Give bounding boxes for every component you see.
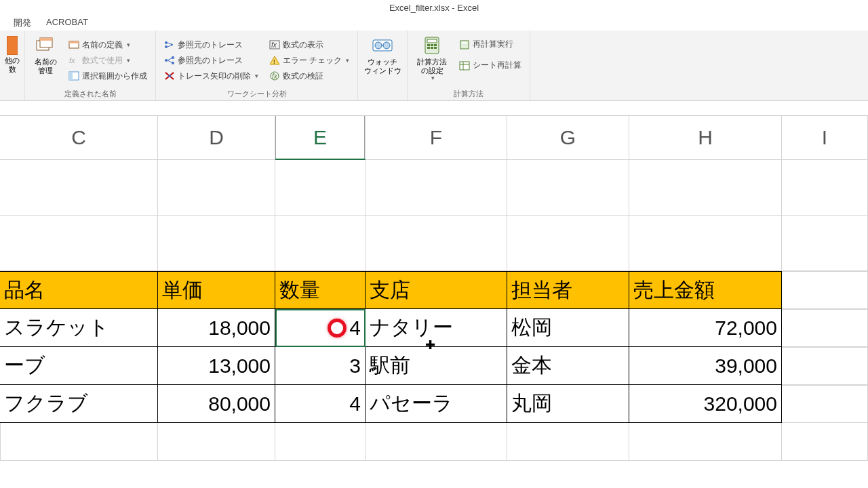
- tab-acrobat[interactable]: ACROBAT: [45, 16, 90, 30]
- more-functions-icon: [7, 36, 18, 55]
- formula-bar-area[interactable]: [0, 101, 868, 116]
- header-sales[interactable]: 売上金額: [629, 271, 782, 309]
- grid-row: [0, 160, 868, 216]
- group-calculation-label: 計算方法: [413, 87, 524, 99]
- highlight-circle-icon: [328, 319, 347, 338]
- header-branch[interactable]: 支店: [366, 271, 507, 309]
- cell-product[interactable]: フクラブ: [0, 385, 158, 423]
- cell-unit-price[interactable]: 18,000: [158, 309, 275, 347]
- cell-quantity[interactable]: 4: [275, 385, 366, 423]
- cell[interactable]: [366, 160, 507, 216]
- remove-arrows-button[interactable]: トレース矢印の削除: [161, 69, 261, 83]
- calculate-sheet-button[interactable]: シート再計算: [456, 58, 524, 73]
- cell-quantity-active[interactable]: 4: [275, 309, 366, 347]
- cell[interactable]: [782, 309, 868, 347]
- column-header-g[interactable]: G: [507, 116, 629, 160]
- cell-sales[interactable]: 72,000: [629, 309, 782, 347]
- cell[interactable]: [629, 423, 782, 461]
- cell[interactable]: [0, 423, 158, 461]
- table-header-row: 品名 単価 数量 支店 担当者 売上金額: [0, 271, 868, 309]
- calculate-sheet-icon: [459, 60, 470, 71]
- trace-precedents-button[interactable]: 参照元のトレース: [161, 38, 261, 52]
- column-header-h[interactable]: H: [629, 116, 782, 160]
- cell[interactable]: [0, 216, 158, 271]
- trace-dependents-button[interactable]: 参照先のトレース: [161, 54, 261, 68]
- header-unit-price[interactable]: 単価: [158, 271, 275, 309]
- ribbon-group-defined-names: 名前の 管理 名前の定義 fx 数式で使用 選択範囲から作成 定義された名前: [25, 30, 156, 100]
- svg-point-9: [165, 45, 167, 48]
- cell[interactable]: [275, 216, 366, 271]
- cell-unit-price[interactable]: 80,000: [158, 385, 275, 423]
- cell[interactable]: [782, 271, 868, 309]
- cell[interactable]: [275, 160, 366, 216]
- cell[interactable]: [782, 385, 868, 423]
- cell[interactable]: [629, 216, 782, 271]
- grid-row: [0, 423, 868, 461]
- cell[interactable]: [782, 423, 868, 461]
- create-from-selection-label: 選択範囲から作成: [82, 70, 147, 82]
- column-header-e[interactable]: E: [275, 116, 366, 160]
- svg-rect-25: [427, 44, 430, 46]
- cell-branch[interactable]: ナタリー: [366, 309, 507, 347]
- cell[interactable]: [507, 160, 629, 216]
- column-header-i[interactable]: I: [782, 116, 868, 160]
- cell[interactable]: [782, 347, 868, 385]
- evaluate-formula-button[interactable]: fx 数式の検証: [267, 69, 352, 83]
- define-name-button[interactable]: 名前の定義: [66, 38, 150, 52]
- cell[interactable]: [0, 160, 158, 216]
- cell[interactable]: [158, 423, 275, 461]
- cell-product[interactable]: スラケット: [0, 309, 158, 347]
- cell-person[interactable]: 金本: [507, 347, 629, 385]
- tab-developer[interactable]: 開発: [12, 16, 33, 30]
- cell[interactable]: [158, 160, 275, 216]
- calculate-now-button[interactable]: 再計算実行: [456, 37, 524, 52]
- header-person[interactable]: 担当者: [507, 271, 629, 309]
- error-checking-icon: !: [269, 55, 280, 66]
- svg-rect-27: [434, 44, 437, 46]
- header-product[interactable]: 品名: [0, 271, 158, 309]
- trace-dependents-icon: [164, 55, 175, 66]
- cell-person[interactable]: 松岡: [507, 309, 629, 347]
- name-manager-label: 名前の 管理: [35, 58, 57, 75]
- svg-rect-2: [40, 38, 52, 41]
- cell[interactable]: [782, 216, 868, 271]
- trace-precedents-icon: [164, 39, 175, 50]
- svg-text:fx: fx: [69, 56, 75, 64]
- cell[interactable]: [366, 216, 507, 271]
- calculation-options-button[interactable]: 計算方法 の設定: [413, 33, 451, 87]
- name-manager-button[interactable]: 名前の 管理: [31, 33, 60, 87]
- column-header-c[interactable]: C: [0, 116, 158, 160]
- cell[interactable]: [782, 160, 868, 216]
- show-formulas-button[interactable]: fx 数式の表示: [267, 38, 352, 52]
- cell-person[interactable]: 丸岡: [507, 385, 629, 423]
- cell[interactable]: [366, 423, 507, 461]
- define-name-label: 名前の定義: [82, 39, 123, 51]
- cell-unit-price[interactable]: 13,000: [158, 347, 275, 385]
- cell-quantity[interactable]: 3: [275, 347, 366, 385]
- cell-branch[interactable]: 駅前: [366, 347, 507, 385]
- cell[interactable]: [629, 160, 782, 216]
- title-text: Excel_filter.xlsx - Excel: [389, 3, 479, 13]
- column-header-f[interactable]: F: [366, 116, 507, 160]
- cell[interactable]: [507, 423, 629, 461]
- more-functions-button[interactable]: 他の 数: [5, 33, 19, 89]
- cell-sales[interactable]: 39,000: [629, 347, 782, 385]
- svg-point-8: [165, 41, 167, 44]
- watch-window-button[interactable]: ウォッチ ウィンドウ: [363, 33, 401, 89]
- create-from-selection-button[interactable]: 選択範囲から作成: [66, 69, 150, 83]
- column-header-d[interactable]: D: [158, 116, 275, 160]
- ribbon-group-calculation: 計算方法 の設定 再計算実行 シート再計算 計算方法: [408, 30, 530, 100]
- cell-branch[interactable]: パセーラ: [366, 385, 507, 423]
- group-formula-auditing-label: ワークシート分析: [161, 87, 352, 99]
- group-watch-label: [363, 89, 401, 99]
- cell[interactable]: [507, 216, 629, 271]
- header-quantity[interactable]: 数量: [275, 271, 366, 309]
- cell-product[interactable]: ーブ: [0, 347, 158, 385]
- spreadsheet-grid[interactable]: C D E F G H I 品名 単価: [0, 116, 868, 461]
- cell-sales[interactable]: 320,000: [629, 385, 782, 423]
- calculate-now-label: 再計算実行: [473, 39, 513, 50]
- cell[interactable]: [158, 216, 275, 271]
- error-checking-button[interactable]: ! エラー チェック: [267, 54, 352, 68]
- cell[interactable]: [275, 423, 366, 461]
- use-in-formula-button[interactable]: fx 数式で使用: [66, 54, 150, 68]
